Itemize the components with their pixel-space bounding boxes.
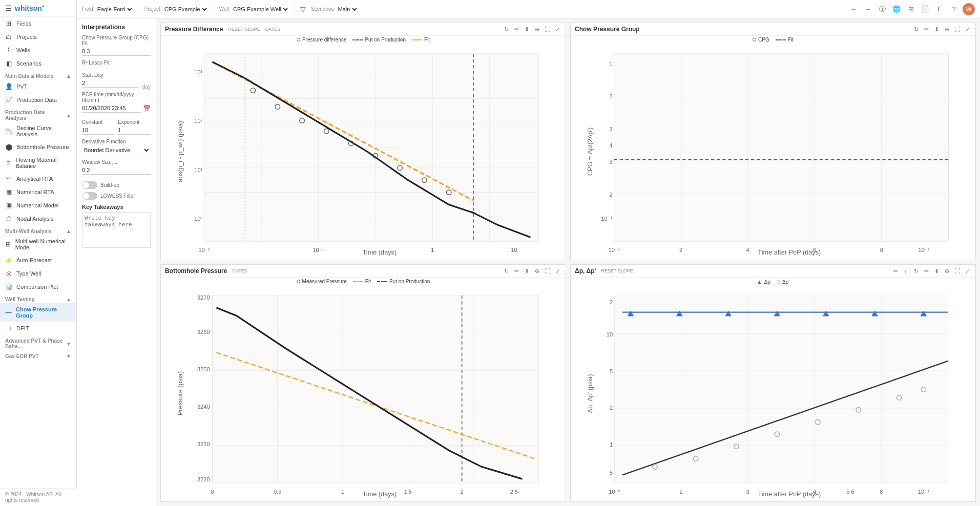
start-day-input[interactable]	[82, 79, 139, 88]
sidebar-item-analytical-rta[interactable]: 〰 Analytical RTA	[0, 172, 76, 185]
svg-text:1: 1	[431, 247, 434, 253]
forward-button[interactable]: →	[862, 4, 873, 15]
download-icon[interactable]: ⬇	[523, 25, 531, 33]
project-selector[interactable]: Project CPG Example	[144, 6, 208, 13]
expand-icon[interactable]: ⤢	[963, 267, 971, 275]
slash-icon[interactable]: /	[902, 267, 910, 275]
sidebar-item-scenarios[interactable]: ◧ Scenarios	[0, 57, 76, 70]
sync-icon[interactable]: ↻	[912, 25, 920, 33]
sidebar-item-dfit[interactable]: □ DFIT	[0, 322, 76, 335]
edit-icon[interactable]: ✏	[512, 267, 520, 275]
sidebar-item-comparison-plot[interactable]: 📊 Comparison Plot	[0, 280, 76, 293]
sidebar-item-pvt[interactable]: 👤 PVT	[0, 80, 76, 93]
section-collapse-icon[interactable]: ▼	[66, 353, 71, 359]
zoom-icon[interactable]: ⊕	[533, 267, 541, 275]
svg-text:10²: 10²	[194, 118, 202, 124]
exponent-input[interactable]	[118, 126, 151, 135]
constant-input[interactable]	[82, 126, 115, 135]
sidebar-item-auto-forecast[interactable]: ⚡ Auto-Forecast	[0, 254, 76, 267]
section-arrow-icon[interactable]: ▲	[66, 297, 71, 302]
bottomhole-icon: ⬤	[5, 143, 12, 151]
scenarios-select[interactable]: Main	[336, 6, 359, 13]
fullscreen-icon[interactable]: ⛶	[543, 25, 551, 33]
grid-icon[interactable]: ⊞	[905, 4, 916, 15]
pcp-time-input[interactable]	[82, 104, 141, 113]
constant-label: Constant	[82, 119, 115, 125]
question-icon[interactable]: ?	[948, 4, 960, 15]
zoom-icon[interactable]: ⊕	[943, 267, 951, 275]
key-takeaways-input[interactable]	[82, 212, 151, 248]
hamburger-icon[interactable]: ☰	[5, 4, 12, 12]
bottomhole-title: Bottomhole Pressure	[165, 267, 227, 275]
edit-icon[interactable]: ✏	[922, 267, 930, 275]
derivative-select[interactable]: Bourdet Derivative	[82, 145, 151, 155]
fullscreen-icon[interactable]: ⛶	[543, 267, 551, 275]
document-icon[interactable]: 📄	[920, 4, 931, 15]
section-arrow-icon[interactable]: ▲	[66, 228, 71, 234]
sidebar-item-multi-well-numerical[interactable]: ⊞ Multi-well Numerical Model	[0, 235, 76, 254]
svg-text:0.5: 0.5	[274, 489, 281, 495]
sidebar-item-wells[interactable]: ⌇ Wells	[0, 44, 76, 57]
sidebar-item-numerical-model[interactable]: ▣ Numerical Model	[0, 199, 76, 212]
well-select[interactable]: CPG Example Well	[231, 6, 289, 13]
sidebar-item-fields[interactable]: ⊞ Fields	[0, 17, 76, 30]
sync-icon[interactable]: ↻	[502, 25, 510, 33]
sync-icon[interactable]: ↻	[502, 267, 510, 275]
calendar-icon[interactable]: 📅	[143, 105, 151, 112]
sidebar-item-nodal-analysis[interactable]: ⬡ Nodal Analysis	[0, 212, 76, 225]
fields-icon: ⊞	[5, 20, 12, 27]
back-button[interactable]: ←	[848, 4, 859, 15]
expand-icon[interactable]: ⤢	[553, 25, 561, 33]
fullscreen-icon[interactable]: ⛶	[953, 25, 961, 33]
fullscreen-icon[interactable]: ⛶	[953, 267, 961, 275]
pressure-difference-chart: Pressure Difference RESET SLOPE DATES ↻ …	[160, 23, 566, 260]
scenarios-selector[interactable]: Scenarios Main	[311, 6, 358, 13]
bottomhole-legend: Measured Pressure Fit Put on Production	[161, 278, 566, 285]
sidebar-item-production-data[interactable]: 📈 Production Data	[0, 93, 76, 107]
font-icon[interactable]: F	[934, 4, 945, 15]
well-selector[interactable]: Well CPG Example Well	[219, 6, 289, 13]
sidebar-item-projects[interactable]: 🗂 Projects	[0, 30, 76, 44]
expand-icon[interactable]: ⤢	[553, 267, 561, 275]
cpg-fit-input[interactable]	[82, 47, 151, 56]
download-icon[interactable]: ⬇	[932, 267, 941, 275]
info-icon[interactable]: ⓘ	[877, 4, 888, 15]
svg-text:1.5: 1.5	[404, 489, 412, 495]
download-icon[interactable]: ⬇	[932, 25, 941, 33]
edit-icon[interactable]: ✏	[922, 25, 930, 33]
globe-icon[interactable]: 🌐	[891, 4, 902, 15]
window-size-input[interactable]	[82, 166, 151, 175]
reset-slope-button[interactable]: RESET SLOPE	[601, 268, 633, 273]
svg-text:Time after PoP (days): Time after PoP (days)	[758, 491, 821, 498]
section-arrow-icon[interactable]: ▲	[66, 73, 71, 79]
svg-text:10³: 10³	[194, 69, 202, 75]
field-selector[interactable]: Field Eagle-Ford	[82, 6, 134, 13]
dates-button[interactable]: DATES	[232, 268, 247, 273]
download-icon[interactable]: ⬇	[523, 267, 531, 275]
edit-icon[interactable]: ✏	[512, 25, 520, 33]
section-collapse-icon[interactable]: ▼	[66, 341, 71, 347]
svg-text:3270: 3270	[197, 294, 210, 301]
buildup-toggle[interactable]	[82, 181, 97, 189]
sidebar-item-bottomhole-pressure[interactable]: ⬤ Bottomhole Pressure	[0, 140, 76, 154]
zoom-icon[interactable]: ⊕	[943, 25, 951, 33]
sync-icon[interactable]: ↻	[912, 267, 920, 275]
expand-icon[interactable]: ⤢	[963, 25, 971, 33]
filter-icon[interactable]: ▽	[300, 5, 306, 13]
sidebar-item-flowing-material[interactable]: ≡ Flowing Material Balance	[0, 154, 76, 172]
field-select[interactable]: Eagle-Ford	[95, 6, 134, 13]
lowess-toggle[interactable]	[82, 192, 97, 200]
sidebar-item-chow-pressure-group[interactable]: — Chow Pressure Group	[0, 303, 76, 322]
reset-slope-button[interactable]: RESET SLOPE	[228, 27, 260, 32]
dates-button[interactable]: DATES	[265, 27, 280, 32]
legend-measured-dot	[297, 280, 300, 283]
section-arrow-icon[interactable]: ▲	[66, 113, 71, 118]
sidebar-item-type-well[interactable]: ◎ Type Well	[0, 267, 76, 280]
lowess-toggle-group: LOWESS Filter	[82, 192, 151, 200]
pencil-icon[interactable]: ✏	[891, 267, 900, 275]
project-select[interactable]: CPG Example	[162, 6, 208, 13]
sidebar-item-numerical-rta[interactable]: ▦ Numerical RTA	[0, 185, 76, 199]
svg-text:3: 3	[609, 159, 612, 165]
sidebar-item-decline-curve[interactable]: 📉 Decline Curve Analysis	[0, 122, 76, 140]
zoom-icon[interactable]: ⊕	[533, 25, 541, 33]
